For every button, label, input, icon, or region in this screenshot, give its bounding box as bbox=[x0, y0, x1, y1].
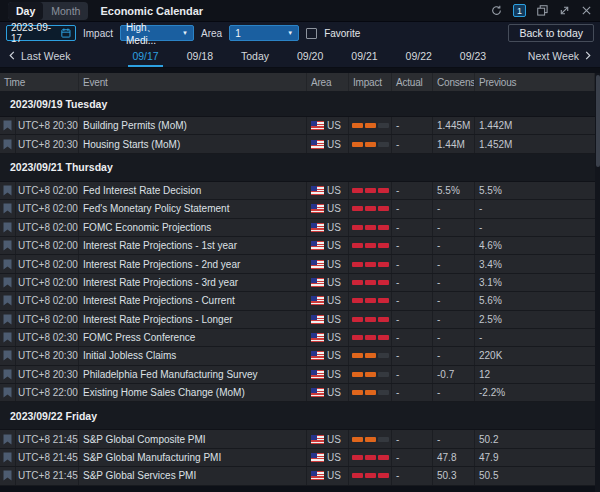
week-day-09-22[interactable]: 09/22 bbox=[392, 44, 446, 67]
us-flag-icon bbox=[311, 204, 324, 213]
bookmark-icon[interactable] bbox=[0, 366, 16, 383]
week-day-09-18[interactable]: 09/18 bbox=[173, 44, 227, 67]
us-flag-icon bbox=[311, 388, 324, 397]
event-row[interactable]: UTC+8 21:45S&P Global Manufacturing PMIU… bbox=[0, 449, 595, 467]
area-cell: US bbox=[307, 237, 349, 254]
event-row[interactable]: UTC+8 22:00Existing Home Sales Change (M… bbox=[0, 384, 595, 402]
impact-cell bbox=[349, 255, 392, 272]
consensus-cell: - bbox=[433, 384, 475, 401]
week-day-09-23[interactable]: 09/23 bbox=[446, 44, 500, 67]
date-input[interactable]: 2023-09-17 bbox=[6, 25, 76, 41]
event-row[interactable]: UTC+8 02:00Interest Rate Projections - L… bbox=[0, 311, 595, 329]
refresh-icon[interactable] bbox=[491, 5, 502, 16]
bookmark-icon[interactable] bbox=[0, 237, 16, 254]
bookmark-icon[interactable] bbox=[0, 311, 16, 328]
week-day-09-21[interactable]: 09/21 bbox=[337, 44, 391, 67]
consensus-cell: - bbox=[433, 329, 475, 346]
bookmark-icon[interactable] bbox=[0, 329, 16, 346]
impact-dropdown[interactable]: High、Medi... ▼ bbox=[120, 25, 194, 41]
week-day-09-20[interactable]: 09/20 bbox=[283, 44, 337, 67]
event-cell: S&P Global Composite PMI bbox=[79, 430, 307, 447]
expand-icon[interactable] bbox=[559, 5, 570, 16]
time-cell: UTC+8 20:30 bbox=[16, 347, 79, 364]
previous-cell: 12 bbox=[475, 366, 595, 383]
close-icon[interactable] bbox=[581, 5, 592, 16]
event-cell: Fed Interest Rate Decision bbox=[79, 182, 307, 199]
bookmark-icon[interactable] bbox=[0, 200, 16, 217]
event-row[interactable]: UTC+8 02:00Interest Rate Projections - 3… bbox=[0, 274, 595, 292]
event-row[interactable]: UTC+8 21:45S&P Global Composite PMIUS--5… bbox=[0, 430, 595, 448]
bookmark-icon bbox=[3, 185, 12, 196]
bookmark-icon bbox=[3, 434, 12, 445]
week-day-today[interactable]: Today bbox=[227, 44, 283, 67]
area-filter-label: Area bbox=[201, 28, 222, 39]
impact-selected-value: High、Medi... bbox=[126, 21, 178, 46]
event-row[interactable]: UTC+8 02:00Interest Rate Projections - 1… bbox=[0, 237, 595, 255]
area-dropdown[interactable]: 1 ▼ bbox=[229, 25, 299, 41]
consensus-cell: 47.8 bbox=[433, 449, 475, 466]
impact-bar-segment bbox=[365, 455, 376, 460]
restore-window-icon[interactable] bbox=[537, 5, 548, 16]
impact-bar-segment bbox=[378, 335, 389, 340]
tab-day[interactable]: Day bbox=[8, 2, 43, 20]
us-flag-icon bbox=[311, 471, 324, 480]
tab-month[interactable]: Month bbox=[43, 2, 88, 20]
bookmark-icon[interactable] bbox=[0, 292, 16, 309]
favorite-checkbox[interactable] bbox=[306, 28, 317, 39]
bookmark-icon[interactable] bbox=[0, 135, 16, 152]
event-row[interactable]: UTC+8 20:30Initial Jobless ClaimsUS--220… bbox=[0, 347, 595, 365]
window-count-badge[interactable]: 1 bbox=[513, 4, 526, 17]
event-row[interactable]: UTC+8 02:00Fed's Monetary Policy Stateme… bbox=[0, 200, 595, 218]
event-row[interactable]: UTC+8 02:00Interest Rate Projections - 2… bbox=[0, 255, 595, 273]
date-group-header: 2023/09/19 Tuesday bbox=[0, 91, 595, 117]
vertical-scrollbar[interactable] bbox=[595, 73, 600, 492]
table-header: Time Event Area Impact Actual Consensus … bbox=[0, 73, 595, 91]
bookmark-icon[interactable] bbox=[0, 347, 16, 364]
previous-cell: 5.6% bbox=[475, 292, 595, 309]
week-day-09-17[interactable]: 09/17 bbox=[118, 44, 172, 67]
event-row[interactable]: UTC+8 02:00Fed Interest Rate DecisionUS-… bbox=[0, 182, 595, 200]
event-row[interactable]: UTC+8 20:30Philadelphia Fed Manufacturin… bbox=[0, 366, 595, 384]
impact-cell bbox=[349, 311, 392, 328]
bookmark-icon bbox=[3, 470, 12, 481]
consensus-cell: - bbox=[433, 200, 475, 217]
column-header-time: Time bbox=[0, 73, 79, 91]
week-navigation: Last Week 09/1709/18Today09/2009/2109/22… bbox=[0, 44, 600, 68]
back-to-today-button[interactable]: Back to today bbox=[508, 24, 594, 42]
event-row[interactable]: UTC+8 21:45S&P Global Services PMIUS-50.… bbox=[0, 467, 595, 485]
event-row[interactable]: UTC+8 20:30Housing Starts (MoM)US-1.44M1… bbox=[0, 135, 595, 153]
bookmark-icon[interactable] bbox=[0, 430, 16, 447]
bookmark-icon[interactable] bbox=[0, 274, 16, 291]
bookmark-icon[interactable] bbox=[0, 219, 16, 236]
bookmark-icon bbox=[3, 369, 12, 380]
area-cell: US bbox=[307, 274, 349, 291]
event-row[interactable]: UTC+8 20:30Building Permits (MoM)US-1.44… bbox=[0, 117, 595, 135]
impact-cell bbox=[349, 182, 392, 199]
event-row[interactable]: UTC+8 02:30FOMC Press ConferenceUS--- bbox=[0, 329, 595, 347]
impact-cell bbox=[349, 347, 392, 364]
scrollbar-thumb[interactable] bbox=[596, 75, 600, 167]
time-cell: UTC+8 02:00 bbox=[16, 182, 79, 199]
last-week-button[interactable]: Last Week bbox=[8, 44, 70, 67]
event-cell: Interest Rate Projections - 3rd year bbox=[79, 274, 307, 291]
impact-bar-segment bbox=[352, 335, 363, 340]
time-cell: UTC+8 02:00 bbox=[16, 237, 79, 254]
actual-cell: - bbox=[392, 182, 433, 199]
week-days: 09/1709/18Today09/2009/2109/2209/23 bbox=[118, 44, 500, 67]
time-cell: UTC+8 20:30 bbox=[16, 366, 79, 383]
event-row[interactable]: UTC+8 02:00FOMC Economic ProjectionsUS--… bbox=[0, 219, 595, 237]
area-label: US bbox=[327, 222, 341, 233]
consensus-cell: - bbox=[433, 430, 475, 447]
bookmark-icon[interactable] bbox=[0, 255, 16, 272]
impact-bar-segment bbox=[365, 298, 376, 303]
bookmark-icon[interactable] bbox=[0, 384, 16, 401]
area-label: US bbox=[327, 452, 341, 463]
bookmark-icon[interactable] bbox=[0, 449, 16, 466]
next-week-button[interactable]: Next Week bbox=[528, 44, 592, 67]
bookmark-icon[interactable] bbox=[0, 182, 16, 199]
bookmark-icon[interactable] bbox=[0, 467, 16, 484]
event-row[interactable]: UTC+8 02:00Interest Rate Projections - C… bbox=[0, 292, 595, 310]
bookmark-icon[interactable] bbox=[0, 117, 16, 134]
event-cell: FOMC Press Conference bbox=[79, 329, 307, 346]
impact-bar-segment bbox=[352, 372, 363, 377]
